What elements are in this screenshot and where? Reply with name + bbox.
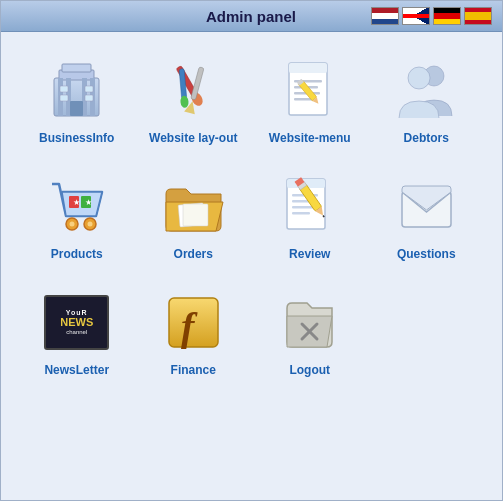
review-label: Review (289, 247, 330, 261)
orders-icon-box (158, 171, 228, 241)
review-icon-box (275, 171, 345, 241)
document-lines-icon (277, 58, 342, 123)
grid-item-debtors[interactable]: Debtors (371, 47, 483, 153)
website-menu-icon-box (275, 55, 345, 125)
folder-open-icon (161, 174, 226, 239)
admin-panel: Admin panel (0, 0, 503, 501)
people-icon (394, 58, 459, 123)
questions-icon-box (391, 171, 461, 241)
svg-rect-7 (70, 101, 83, 116)
icon-grid: BusinessInfo (21, 47, 482, 385)
svg-point-32 (88, 221, 93, 226)
newsletter-news-text: NEWS (60, 316, 93, 328)
svg-rect-11 (85, 95, 93, 101)
grid-item-questions[interactable]: Questions (371, 163, 483, 269)
svg-rect-8 (60, 86, 68, 92)
svg-rect-38 (183, 204, 208, 226)
document-pencil-icon (277, 174, 342, 239)
debtors-label: Debtors (404, 131, 449, 145)
newsletter-icon-box: YouR NEWS channel (42, 287, 112, 357)
grid-item-logout[interactable]: Logout (254, 279, 366, 385)
svg-rect-19 (289, 63, 327, 73)
finance-icon-box: f (158, 287, 228, 357)
svg-point-28 (408, 67, 430, 89)
grid-item-website-menu[interactable]: Website-menu (254, 47, 366, 153)
grid-item-website-layout[interactable]: Website lay-out (138, 47, 250, 153)
finance-icon: f (161, 290, 226, 355)
building-icon (44, 58, 109, 123)
website-layout-label: Website lay-out (149, 131, 237, 145)
envelope-icon (394, 174, 459, 239)
svg-rect-10 (60, 95, 68, 101)
newsletter-label: NewsLetter (44, 363, 109, 377)
flag-uk[interactable] (402, 7, 430, 25)
products-label: Products (51, 247, 103, 261)
logout-icon (277, 290, 342, 355)
svg-text:★: ★ (85, 198, 92, 207)
svg-point-17 (180, 95, 189, 108)
flag-netherlands[interactable] (371, 7, 399, 25)
newsletter-your-text: YouR (66, 309, 88, 316)
finance-label: Finance (171, 363, 216, 377)
logout-label: Logout (289, 363, 330, 377)
logout-icon-box (275, 287, 345, 357)
grid-item-finance[interactable]: f Finance (138, 279, 250, 385)
paint-icon (161, 58, 226, 123)
svg-rect-9 (85, 86, 93, 92)
svg-rect-44 (292, 212, 310, 215)
newsletter-channel-text: channel (66, 329, 87, 335)
header: Admin panel (1, 1, 502, 32)
newsletter-icon: YouR NEWS channel (44, 295, 109, 350)
content-area: BusinessInfo (1, 32, 502, 400)
grid-item-orders[interactable]: Orders (138, 163, 250, 269)
svg-text:★: ★ (73, 198, 80, 207)
questions-label: Questions (397, 247, 456, 261)
grid-item-businessinfo[interactable]: BusinessInfo (21, 47, 133, 153)
flag-germany[interactable] (433, 7, 461, 25)
businessinfo-icon-box (42, 55, 112, 125)
grid-item-review[interactable]: Review (254, 163, 366, 269)
website-layout-icon-box (158, 55, 228, 125)
website-menu-label: Website-menu (269, 131, 351, 145)
businessinfo-label: BusinessInfo (39, 131, 114, 145)
products-icon-box: ★ ★ (42, 171, 112, 241)
grid-item-newsletter[interactable]: YouR NEWS channel NewsLetter (21, 279, 133, 385)
svg-point-30 (70, 221, 75, 226)
svg-line-47 (323, 215, 324, 217)
header-title: Admin panel (131, 8, 371, 25)
flags-container (371, 7, 492, 25)
flag-spain[interactable] (464, 7, 492, 25)
grid-item-products[interactable]: ★ ★ Products (21, 163, 133, 269)
cart-icon: ★ ★ (44, 174, 109, 239)
debtors-icon-box (391, 55, 461, 125)
orders-label: Orders (174, 247, 213, 261)
svg-rect-2 (62, 64, 91, 72)
